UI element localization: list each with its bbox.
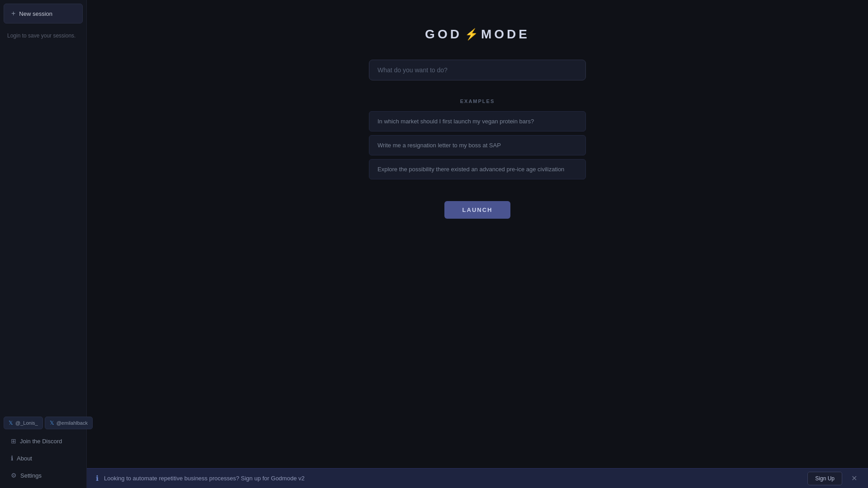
twitter-user1-button[interactable]: 𝕏 @_Lonis_	[4, 417, 43, 429]
example-item-1[interactable]: Write me a resignation letter to my boss…	[369, 135, 586, 155]
sidebar-bottom: 𝕏 @_Lonis_ 𝕏 @emilahlback ⊞ Join the Dis…	[0, 414, 86, 488]
discord-button[interactable]: ⊞ Join the Discord	[4, 433, 83, 449]
examples-section: EXAMPLES In which market should I first …	[369, 99, 586, 183]
twitter-user2-button[interactable]: 𝕏 @emilahlback	[45, 417, 93, 429]
about-button[interactable]: ℹ About	[4, 450, 83, 466]
banner-info-icon: ℹ	[96, 474, 99, 483]
twitter-user2-label: @emilahlback	[57, 420, 88, 426]
example-item-2[interactable]: Explore the possibility there existed an…	[369, 159, 586, 179]
twitter-icon-1: 𝕏	[9, 420, 13, 426]
twitter-user1-label: @_Lonis_	[15, 420, 38, 426]
sign-up-button[interactable]: Sign Up	[807, 472, 842, 485]
about-label: About	[17, 455, 32, 462]
new-session-button[interactable]: + New session	[4, 4, 83, 23]
new-session-label: New session	[19, 10, 52, 17]
main-content: GOD ⚡ MODE EXAMPLES In which market shou…	[87, 0, 868, 488]
title-left: GOD	[425, 27, 462, 42]
main-search-input[interactable]	[369, 60, 586, 80]
info-icon: ℹ	[11, 455, 13, 462]
example-item-0[interactable]: In which market should I first launch my…	[369, 111, 586, 131]
sidebar: + New session Login to save your session…	[0, 0, 87, 488]
settings-label: Settings	[20, 472, 42, 479]
title-right: MODE	[481, 27, 530, 42]
plus-icon: +	[11, 9, 15, 18]
app-title: GOD ⚡ MODE	[425, 27, 530, 42]
notification-banner: ℹ Looking to automate repetitive busines…	[87, 468, 868, 488]
discord-icon: ⊞	[11, 437, 16, 445]
twitter-row: 𝕏 @_Lonis_ 𝕏 @emilahlback	[0, 414, 86, 432]
gear-icon: ⚙	[11, 472, 17, 479]
banner-message: Looking to automate repetitive business …	[104, 475, 802, 482]
search-container	[369, 60, 586, 80]
lightning-icon: ⚡	[465, 28, 478, 41]
examples-label: EXAMPLES	[369, 99, 586, 104]
twitter-icon-2: 𝕏	[50, 420, 54, 426]
banner-close-button[interactable]: ✕	[849, 472, 859, 484]
settings-button[interactable]: ⚙ Settings	[4, 467, 83, 483]
discord-label: Join the Discord	[20, 438, 62, 445]
launch-button[interactable]: LAUNCH	[444, 201, 511, 219]
login-hint: Login to save your sessions.	[0, 27, 86, 44]
